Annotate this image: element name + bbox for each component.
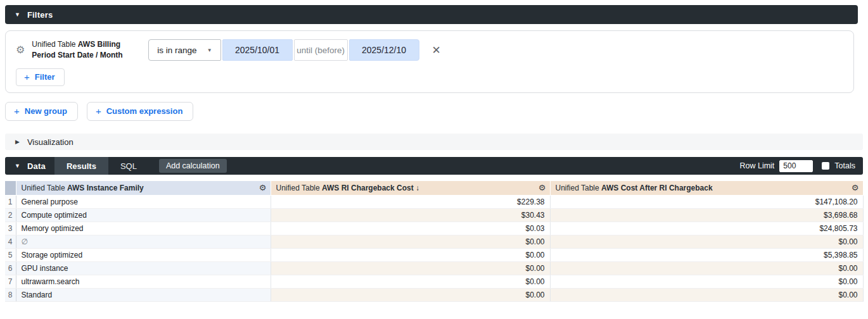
cell-instance-family[interactable]: ultrawarm.search <box>16 275 271 288</box>
column-prefix: Unified Table <box>276 184 320 192</box>
filter-field-label: Unified Table AWS Billing Period Start D… <box>32 39 134 61</box>
table-body: 1General purpose$229.38$147,108.202Compu… <box>5 195 863 301</box>
data-bar-right: Row Limit Totals <box>739 160 863 172</box>
table-row: 1General purpose$229.38$147,108.20 <box>5 195 863 208</box>
filters-title: Filters <box>27 10 53 20</box>
row-number: 8 <box>5 288 16 301</box>
filter-end-date-value: 2025/12/10 <box>362 45 406 55</box>
custom-expression-button[interactable]: + Custom expression <box>87 102 193 121</box>
chevron-down-icon: ▼ <box>207 47 212 53</box>
column-prefix: Unified Table <box>556 184 599 192</box>
collapse-triangle-icon: ▼ <box>15 163 20 169</box>
column-header-cost-after-ri-chargeback[interactable]: Unified Table AWS Cost After RI Chargeba… <box>550 181 863 195</box>
row-number: 6 <box>5 261 16 275</box>
add-calculation-button[interactable]: Add calculation <box>159 159 227 173</box>
filter-operator-dropdown[interactable]: is in range ▼ <box>148 39 220 61</box>
cell-value[interactable]: $0.03 <box>271 222 550 235</box>
cell-instance-family[interactable]: GPU instance <box>16 261 271 275</box>
cell-value[interactable]: $3,698.68 <box>550 208 863 222</box>
gear-icon[interactable]: ⚙ <box>259 183 267 192</box>
row-number: 3 <box>5 222 16 235</box>
add-filter-label: Filter <box>35 72 55 82</box>
cell-value[interactable]: $229.38 <box>271 195 550 208</box>
cell-value[interactable]: $147,108.20 <box>550 195 863 208</box>
filter-start-date-input[interactable]: 2025/10/01 <box>222 39 293 61</box>
tab-results[interactable]: Results <box>54 157 108 175</box>
plus-icon: + <box>14 106 20 116</box>
table-row: 3Memory optimized$0.03$24,805.73 <box>5 222 863 235</box>
row-number: 4 <box>5 235 16 248</box>
cell-instance-family[interactable]: Compute optimized <box>16 208 271 222</box>
filter-gear-icon[interactable]: ⚙ <box>16 45 25 55</box>
collapse-triangle-icon: ▼ <box>15 12 20 18</box>
cell-instance-family[interactable]: Memory optimized <box>16 222 271 235</box>
new-group-button[interactable]: + New group <box>5 102 78 121</box>
visualization-section-bar[interactable]: ▶ Visualization <box>5 134 863 150</box>
filter-until-placeholder: until (before) <box>297 46 345 55</box>
expand-triangle-icon: ▶ <box>15 139 20 145</box>
filters-section-bar[interactable]: ▼ Filters <box>5 5 858 24</box>
table-row: 4∅$0.00$0.00 <box>5 235 863 248</box>
cell-instance-family[interactable]: Storage optimized <box>16 248 271 261</box>
filter-end-date-input[interactable]: 2025/12/10 <box>349 39 419 61</box>
column-header-instance-family[interactable]: Unified Table AWS Instance Family ⚙ <box>16 181 271 195</box>
cell-value[interactable]: $0.00 <box>271 248 550 261</box>
plus-icon: + <box>24 72 30 82</box>
filter-panel: ⚙ Unified Table AWS Billing Period Start… <box>5 30 854 93</box>
column-name: AWS RI Chargeback Cost <box>322 184 414 192</box>
cell-value[interactable]: $0.00 <box>550 275 863 288</box>
filter-control-group: is in range ▼ 2025/10/01 until (before) … <box>148 39 419 61</box>
cell-value[interactable]: $5,398.85 <box>550 248 863 261</box>
column-name: AWS Cost After RI Chargeback <box>601 184 713 192</box>
cell-value[interactable]: $0.00 <box>271 261 550 275</box>
cell-value[interactable]: $0.00 <box>271 288 550 301</box>
cell-value[interactable]: $0.00 <box>550 261 863 275</box>
explore-page: ▼ Filters ⚙ Unified Table AWS Billing Pe… <box>0 0 868 307</box>
custom-expression-label: Custom expression <box>106 106 183 116</box>
filter-actions-row: + New group + Custom expression <box>5 102 863 121</box>
visualization-title: Visualization <box>27 137 73 147</box>
totals-label: Totals <box>834 161 855 170</box>
cell-instance-family[interactable]: Standard <box>16 288 271 301</box>
table-header-row: Unified Table AWS Instance Family ⚙ Unif… <box>5 181 863 195</box>
cell-value[interactable]: $0.00 <box>550 288 863 301</box>
remove-filter-icon[interactable]: ✕ <box>432 45 441 56</box>
tab-sql-label: SQL <box>120 161 137 171</box>
plus-icon: + <box>96 106 101 116</box>
row-number: 2 <box>5 208 16 222</box>
totals-checkbox[interactable] <box>822 162 829 170</box>
results-table: Unified Table AWS Instance Family ⚙ Unif… <box>5 181 864 302</box>
table-row: 5Storage optimized$0.00$5,398.85 <box>5 248 863 261</box>
add-filter-button[interactable]: + Filter <box>16 68 65 86</box>
new-group-label: New group <box>25 106 67 116</box>
column-prefix: Unified Table <box>22 184 65 192</box>
gear-icon[interactable]: ⚙ <box>539 183 546 192</box>
filter-operator-value: is in range <box>157 46 196 55</box>
data-bar-left[interactable]: ▼ Data <box>5 161 54 171</box>
column-header-ri-chargeback-cost[interactable]: Unified Table AWS RI Chargeback Cost ↓ ⚙ <box>271 181 550 195</box>
cell-instance-family[interactable]: General purpose <box>16 195 271 208</box>
table-row: 8Standard$0.00$0.00 <box>5 288 863 301</box>
tab-sql[interactable]: SQL <box>108 157 149 175</box>
column-name: AWS Instance Family <box>67 184 144 192</box>
cell-value[interactable]: $0.00 <box>550 235 863 248</box>
row-limit-label: Row Limit <box>739 161 774 170</box>
cell-value[interactable]: $30.43 <box>271 208 550 222</box>
sort-descending-icon: ↓ <box>414 184 419 192</box>
row-limit-input[interactable] <box>779 160 813 172</box>
cell-value[interactable]: $0.00 <box>271 235 550 248</box>
gear-icon[interactable]: ⚙ <box>852 183 859 192</box>
row-number: 1 <box>5 195 16 208</box>
table-row: 6GPU instance$0.00$0.00 <box>5 261 863 275</box>
row-number: 7 <box>5 275 16 288</box>
row-number: 5 <box>5 248 16 261</box>
filter-until-input[interactable]: until (before) <box>294 39 348 61</box>
cell-value[interactable]: $24,805.73 <box>550 222 863 235</box>
tab-results-label: Results <box>67 161 96 171</box>
filter-field-prefix: Unified Table <box>32 40 75 49</box>
table-row: 2Compute optimized$30.43$3,698.68 <box>5 208 863 222</box>
cell-value[interactable]: $0.00 <box>271 275 550 288</box>
cell-instance-family[interactable]: ∅ <box>16 235 271 248</box>
filter-row: ⚙ Unified Table AWS Billing Period Start… <box>16 39 843 61</box>
table-row: 7ultrawarm.search$0.00$0.00 <box>5 275 863 288</box>
